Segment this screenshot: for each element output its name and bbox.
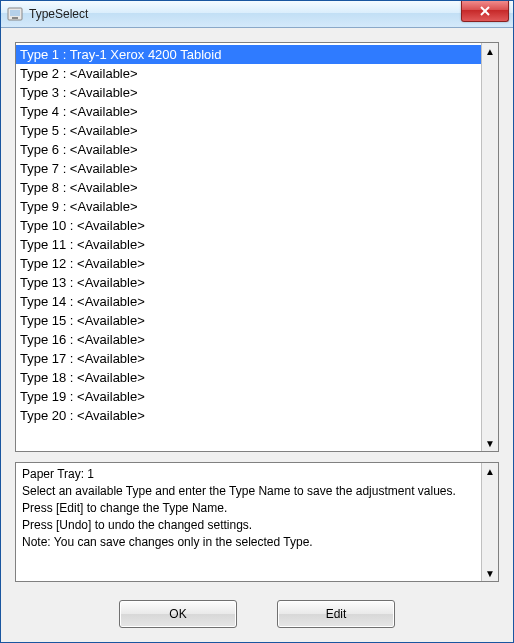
info-line: Press [Undo] to undo the changed setting… bbox=[22, 517, 476, 534]
type-list-item[interactable]: Type 8 : <Available> bbox=[16, 178, 482, 197]
app-icon bbox=[7, 6, 23, 22]
type-list-item[interactable]: Type 11 : <Available> bbox=[16, 235, 482, 254]
close-button[interactable] bbox=[461, 1, 509, 22]
type-list-item[interactable]: Type 5 : <Available> bbox=[16, 121, 482, 140]
scroll-up-icon[interactable]: ▲ bbox=[482, 43, 498, 59]
type-list-item[interactable]: Type 16 : <Available> bbox=[16, 330, 482, 349]
ok-button[interactable]: OK bbox=[119, 600, 237, 628]
scroll-down-icon[interactable]: ▼ bbox=[482, 565, 498, 581]
type-list-item[interactable]: Type 1 : Tray-1 Xerox 4200 Tabloid bbox=[16, 45, 482, 64]
type-list-item[interactable]: Type 12 : <Available> bbox=[16, 254, 482, 273]
type-list-item[interactable]: Type 20 : <Available> bbox=[16, 406, 482, 425]
svg-rect-2 bbox=[12, 17, 18, 19]
type-list-item[interactable]: Type 3 : <Available> bbox=[16, 83, 482, 102]
edit-button[interactable]: Edit bbox=[277, 600, 395, 628]
scroll-up-icon[interactable]: ▲ bbox=[482, 463, 498, 479]
type-list-item[interactable]: Type 10 : <Available> bbox=[16, 216, 482, 235]
type-list-item[interactable]: Type 2 : <Available> bbox=[16, 64, 482, 83]
client-area: Type 1 : Tray-1 Xerox 4200 TabloidType 2… bbox=[1, 28, 513, 642]
info-line: Paper Tray: 1 bbox=[22, 466, 476, 483]
type-list-item[interactable]: Type 15 : <Available> bbox=[16, 311, 482, 330]
type-list-item[interactable]: Type 4 : <Available> bbox=[16, 102, 482, 121]
type-list-item[interactable]: Type 13 : <Available> bbox=[16, 273, 482, 292]
info-scrollbar[interactable]: ▲ ▼ bbox=[481, 463, 498, 581]
svg-rect-1 bbox=[10, 10, 20, 16]
type-list-item[interactable]: Type 19 : <Available> bbox=[16, 387, 482, 406]
type-list[interactable]: Type 1 : Tray-1 Xerox 4200 TabloidType 2… bbox=[16, 43, 482, 451]
titlebar[interactable]: TypeSelect bbox=[1, 1, 513, 28]
info-line: Press [Edit] to change the Type Name. bbox=[22, 500, 476, 517]
button-row: OK Edit bbox=[15, 582, 499, 628]
type-list-item[interactable]: Type 14 : <Available> bbox=[16, 292, 482, 311]
scroll-down-icon[interactable]: ▼ bbox=[482, 435, 498, 451]
type-list-item[interactable]: Type 6 : <Available> bbox=[16, 140, 482, 159]
info-panel: Paper Tray: 1 Select an available Type a… bbox=[15, 462, 499, 582]
info-line: Note: You can save changes only in the s… bbox=[22, 534, 476, 551]
window-title: TypeSelect bbox=[29, 7, 88, 21]
type-list-item[interactable]: Type 17 : <Available> bbox=[16, 349, 482, 368]
type-list-item[interactable]: Type 9 : <Available> bbox=[16, 197, 482, 216]
info-line: Select an available Type and enter the T… bbox=[22, 483, 476, 500]
type-list-item[interactable]: Type 18 : <Available> bbox=[16, 368, 482, 387]
type-list-item[interactable]: Type 7 : <Available> bbox=[16, 159, 482, 178]
typeselect-window: TypeSelect Type 1 : Tray-1 Xerox 4200 Ta… bbox=[0, 0, 514, 643]
type-list-scrollbar[interactable]: ▲ ▼ bbox=[481, 43, 498, 451]
type-list-panel: Type 1 : Tray-1 Xerox 4200 TabloidType 2… bbox=[15, 42, 499, 452]
